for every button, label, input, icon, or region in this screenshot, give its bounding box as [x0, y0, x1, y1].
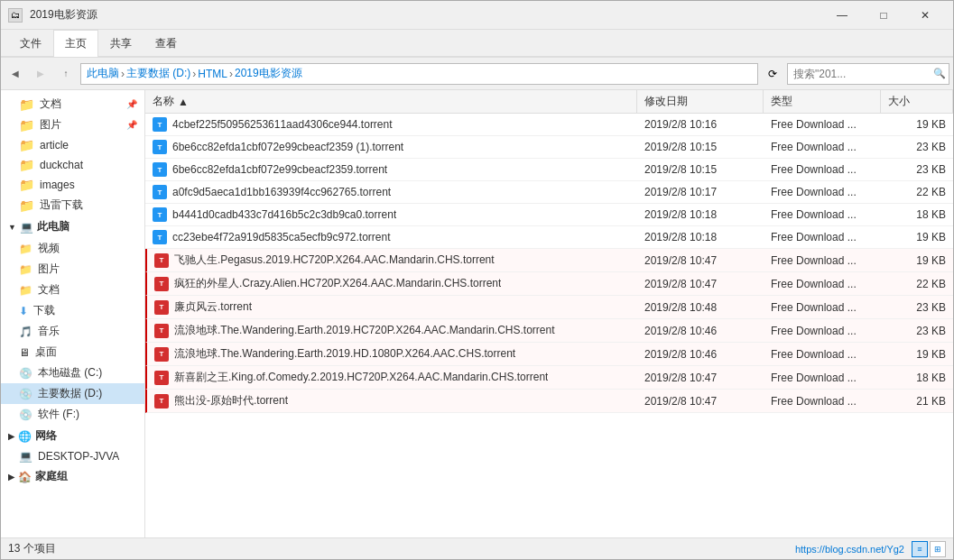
sidebar-section-homegroup[interactable]: ▶ 🏠 家庭组 — [1, 465, 144, 488]
up-button[interactable]: ↑ — [55, 63, 77, 85]
torrent-icon: T — [153, 207, 167, 222]
file-name-cell: T 6be6cc82efda1cbf072e99cbeacf2359 (1).t… — [145, 136, 637, 158]
status-count: 13 个项目 — [8, 541, 56, 556]
back-button[interactable]: ◀ — [5, 63, 26, 85]
folder-icon: 📁 — [19, 118, 34, 133]
sidebar-item-drive-f[interactable]: 💿 软件 (F:) — [1, 404, 144, 425]
table-row[interactable]: T 6be6cc82efda1cbf072e99cbeacf2359 (1).t… — [145, 136, 953, 159]
col-header-name[interactable]: 名称 ▲ — [145, 90, 637, 113]
maximize-button[interactable]: □ — [863, 1, 904, 30]
disk-icon: 💿 — [19, 367, 32, 380]
title-bar: 🗂 2019电影资源 — □ ✕ — [1, 1, 953, 30]
file-type-cell: Free Download ... — [764, 137, 881, 157]
table-row[interactable]: T 疯狂的外星人.Crazy.Alien.HC720P.X264.AAC.Man… — [145, 272, 953, 296]
col-header-size[interactable]: 大小 — [881, 90, 953, 113]
table-row[interactable]: T cc23ebe4f72a919d5835ca5ecfb9c972.torre… — [145, 226, 953, 249]
breadcrumb-html[interactable]: HTML — [198, 68, 227, 80]
close-button[interactable]: ✕ — [904, 1, 946, 30]
pin-icon: 📌 — [126, 99, 137, 109]
chevron-down-icon: ▼ — [8, 223, 16, 232]
sidebar-item-desktop[interactable]: 🖥 桌面 — [1, 342, 144, 363]
table-row[interactable]: T 廉贞风云.torrent 2019/2/8 10:48 Free Downl… — [145, 296, 953, 319]
file-name-text: cc23ebe4f72a919d5835ca5ecfb9c972.torrent — [172, 231, 391, 243]
folder-icon: 📁 — [19, 158, 34, 172]
sidebar-item-pictures[interactable]: 📁 图片 📌 — [1, 115, 144, 135]
torrent-icon: T — [154, 371, 169, 385]
table-row[interactable]: T 流浪地球.The.Wandering.Earth.2019.HD.1080P… — [145, 343, 953, 366]
forward-button[interactable]: ▶ — [30, 63, 51, 85]
file-date-cell: 2019/2/8 10:16 — [637, 115, 764, 134]
table-row[interactable]: T 6be6cc82efda1cbf072e99cbeacf2359.torre… — [145, 159, 953, 181]
file-name-text: 飞驰人生.Pegasus.2019.HC720P.X264.AAC.Mandar… — [174, 252, 495, 268]
sidebar-item-desktop-pc[interactable]: 💻 DESKTOP-JVVA — [1, 447, 144, 465]
sidebar-item-documents[interactable]: 📁 文档 📌 — [1, 94, 144, 115]
refresh-button[interactable]: ⟳ — [762, 63, 783, 85]
search-input[interactable] — [787, 63, 949, 85]
table-row[interactable]: T a0fc9d5aeca1d1bb163939f4cc962765.torre… — [145, 181, 953, 204]
table-row[interactable]: T 4cbef225f50956253611aad4306ce944.torre… — [145, 114, 953, 136]
status-bar: 13 个项目 https://blog.csdn.net/Yg2 ≡ ⊞ — [1, 537, 953, 559]
file-size-cell: 23 KB — [881, 160, 953, 179]
torrent-icon: T — [154, 324, 169, 338]
file-size-cell: 22 KB — [881, 274, 953, 294]
file-name-cell: T 廉贞风云.torrent — [147, 296, 637, 318]
sidebar-item-label: 本地磁盘 (C:) — [38, 365, 102, 381]
sidebar-item-duckchat[interactable]: 📁 duckchat — [1, 155, 144, 175]
table-row[interactable]: T 新喜剧之王.King.of.Comedy.2.2019.HC720P.X26… — [145, 366, 953, 390]
status-url: https://blog.csdn.net/Yg2 — [795, 544, 904, 555]
tab-file[interactable]: 文件 — [8, 30, 53, 57]
table-row[interactable]: T 熊出没-原始时代.torrent 2019/2/8 10:47 Free D… — [145, 390, 953, 413]
col-header-type[interactable]: 类型 — [764, 90, 881, 113]
window-title: 2019电影资源 — [30, 7, 821, 23]
file-type-cell: Free Download ... — [764, 227, 881, 247]
sidebar-item-label: 下载 — [33, 303, 55, 318]
sidebar-item-thunder[interactable]: 📁 迅雷下载 — [1, 195, 144, 216]
file-date-cell: 2019/2/8 10:15 — [637, 160, 764, 179]
file-type-cell: Free Download ... — [764, 391, 881, 411]
view-icon-details[interactable]: ≡ — [912, 541, 928, 557]
sidebar-section-this-pc[interactable]: ▼ 💻 此电脑 — [1, 216, 144, 238]
window-icon-small: 🗂 — [8, 8, 23, 23]
title-bar-controls: — □ ✕ — [821, 1, 946, 30]
sidebar-item-label: 软件 (F:) — [38, 407, 79, 422]
view-icon-tiles[interactable]: ⊞ — [930, 541, 946, 557]
search-wrapper: 🔍 — [787, 63, 949, 85]
breadcrumb[interactable]: 此电脑 › 主要数据 (D:) › HTML › 2019电影资源 — [80, 63, 758, 85]
sidebar-item-drive-d[interactable]: 💿 主要数据 (D:) — [1, 383, 144, 404]
tab-view[interactable]: 查看 — [144, 30, 189, 57]
table-row[interactable]: T 流浪地球.The.Wandering.Earth.2019.HC720P.X… — [145, 319, 953, 343]
minimize-button[interactable]: — — [821, 1, 863, 30]
file-date-cell: 2019/2/8 10:15 — [637, 137, 764, 157]
sidebar-item-article[interactable]: 📁 article — [1, 135, 144, 155]
sidebar-item-drive-c[interactable]: 💿 本地磁盘 (C:) — [1, 363, 144, 383]
table-row[interactable]: T b4441d0cadb433c7d416b5c2c3db9ca0.torre… — [145, 204, 953, 226]
sidebar-item-pictures2[interactable]: 📁 图片 — [1, 259, 144, 280]
col-header-date[interactable]: 修改日期 — [637, 90, 764, 113]
network-icon: 🌐 — [18, 430, 32, 443]
sidebar-item-music[interactable]: 🎵 音乐 — [1, 321, 144, 342]
breadcrumb-d[interactable]: 主要数据 (D:) — [126, 66, 190, 81]
file-date-cell: 2019/2/8 10:47 — [637, 274, 764, 294]
file-name-cell: T cc23ebe4f72a919d5835ca5ecfb9c972.torre… — [145, 226, 637, 248]
tab-share[interactable]: 共享 — [98, 30, 144, 57]
torrent-icon: T — [154, 253, 169, 268]
file-name-text: 熊出没-原始时代.torrent — [174, 393, 288, 409]
breadcrumb-pc[interactable]: 此电脑 — [87, 66, 119, 81]
file-size-cell: 21 KB — [881, 391, 953, 411]
window: 🗂 2019电影资源 — □ ✕ 文件 主页 共享 查看 ◀ ▶ ↑ 此电脑 ›… — [0, 0, 954, 560]
sidebar-item-images[interactable]: 📁 images — [1, 175, 144, 195]
file-name-cell: T 新喜剧之王.King.of.Comedy.2.2019.HC720P.X26… — [147, 366, 637, 389]
file-size-cell: 18 KB — [881, 368, 953, 388]
sidebar-item-video[interactable]: 📁 视频 — [1, 238, 144, 259]
file-date-cell: 2019/2/8 10:17 — [637, 182, 764, 202]
sidebar-item-docs[interactable]: 📁 文档 — [1, 280, 144, 300]
sidebar-section-network[interactable]: ▶ 🌐 网络 — [1, 425, 144, 447]
breadcrumb-folder[interactable]: 2019电影资源 — [235, 66, 302, 81]
torrent-icon: T — [153, 230, 167, 244]
tab-home[interactable]: 主页 — [53, 30, 98, 57]
sidebar-item-label: 迅雷下载 — [40, 197, 83, 213]
table-row[interactable]: T 飞驰人生.Pegasus.2019.HC720P.X264.AAC.Mand… — [145, 249, 953, 272]
sidebar-item-downloads[interactable]: ⬇ 下载 — [1, 300, 144, 321]
file-name-text: a0fc9d5aeca1d1bb163939f4cc962765.torrent — [172, 186, 391, 198]
torrent-icon: T — [153, 117, 167, 132]
